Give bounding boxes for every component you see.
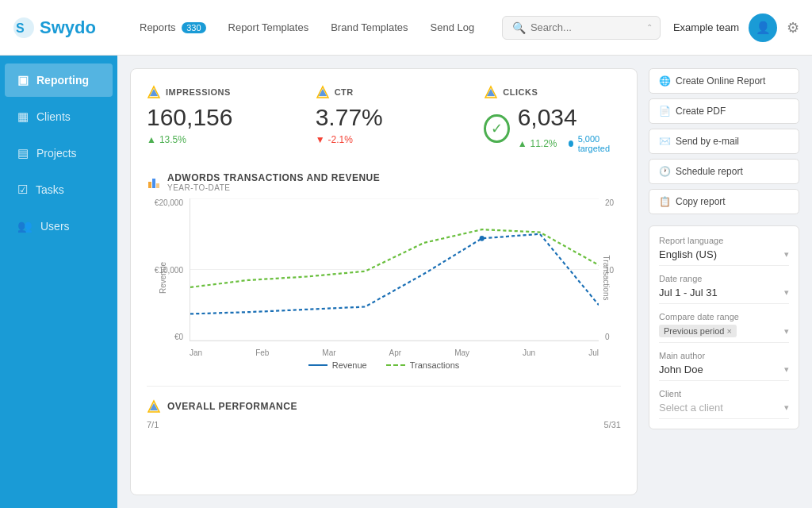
x-labels: Jan Feb Mar Apr May Jun Jul <box>190 348 599 357</box>
clicks-change: ▲ 11.2% 5,000 targeted <box>518 134 621 153</box>
author-value[interactable]: John Doe ▾ <box>659 364 789 381</box>
clicks-title: CLICKS <box>503 87 538 97</box>
y-label-20: 20 <box>605 198 621 207</box>
client-value[interactable]: Select a client ▾ <box>659 402 789 419</box>
perf-dates: 7/1 5/31 <box>147 420 621 429</box>
y-label-10k: €10,000 <box>147 266 183 275</box>
legend-transactions: Transactions <box>386 360 460 370</box>
svg-rect-13 <box>156 183 159 188</box>
sidebar-label-tasks: Tasks <box>36 183 64 196</box>
svg-text:S: S <box>16 21 25 35</box>
reporting-icon: ▣ <box>17 73 29 87</box>
send-email-button[interactable]: ✉️ Send by e-mail <box>649 129 799 154</box>
logo-area: S Swydo <box>13 17 130 39</box>
adwords-icon-impressions <box>147 85 161 99</box>
legend-line-revenue <box>308 364 327 366</box>
y-label-0: €0 <box>147 333 183 341</box>
search-shortcut: ⌃ <box>646 23 653 32</box>
chart-titles: ADWORDS TRANSACTIONS AND REVENUE YEAR-TO… <box>167 172 380 192</box>
targeted-label: 5,000 targeted <box>578 134 621 153</box>
impressions-value: 160,156 <box>147 104 284 131</box>
create-online-icon: 🌐 <box>659 75 671 87</box>
ctr-value: 3.77% <box>316 104 453 131</box>
author-chevron: ▾ <box>784 364 789 375</box>
adwords-icon-ctr <box>316 85 330 99</box>
legend-revenue: Revenue <box>308 360 367 370</box>
chart-section: ADWORDS TRANSACTIONS AND REVENUE YEAR-TO… <box>147 172 621 370</box>
team-name: Example team <box>673 21 739 33</box>
language-value[interactable]: English (US) ▾ <box>659 248 789 266</box>
tab-reports[interactable]: Reports 330 <box>130 15 216 40</box>
copy-icon: 📋 <box>659 196 671 207</box>
avatar[interactable]: 👤 <box>749 13 777 42</box>
create-pdf-button[interactable]: 📄 Create PDF <box>649 98 799 124</box>
email-icon: ✉️ <box>659 136 671 147</box>
compare-range-value[interactable]: Previous period × ▾ <box>659 325 789 343</box>
sidebar-label-clients: Clients <box>36 110 71 123</box>
tab-report-templates[interactable]: Report Templates <box>219 15 319 40</box>
report-panel: IMPRESSIONS 160,156 ▲ 13.5% <box>130 68 638 495</box>
metric-clicks: CLICKS ✓ 6,034 ▲ 11.2% 5,000 targeted <box>484 85 621 153</box>
date-range-label: Date range <box>659 274 789 283</box>
schedule-report-button[interactable]: 🕐 Schedule report <box>649 159 799 184</box>
chart-container: Revenue Transactions €20,000 €10,000 €0 … <box>147 198 621 357</box>
sidebar-item-reporting[interactable]: ▣ Reporting <box>5 64 113 97</box>
date-range-value[interactable]: Jul 1 - Jul 31 ▾ <box>659 287 789 304</box>
tasks-icon: ☑ <box>17 183 28 197</box>
svg-point-17 <box>480 236 485 241</box>
logo-text: Swydo <box>40 17 96 38</box>
legend-line-transactions <box>386 364 405 366</box>
settings-section: Report language English (US) ▾ Date rang… <box>649 225 799 429</box>
sidebar-item-users[interactable]: 👥 Users <box>5 210 113 243</box>
projects-icon: ▤ <box>17 146 29 160</box>
sidebar-item-tasks[interactable]: ☑ Tasks <box>5 173 113 206</box>
overall-performance: OVERALL PERFORMANCE <box>147 386 621 414</box>
clicks-with-check: ✓ 6,034 ▲ 11.2% 5,000 targeted <box>484 104 621 153</box>
swydo-logo-icon: S <box>13 17 35 39</box>
sidebar-item-projects[interactable]: ▤ Projects <box>5 137 113 170</box>
svg-rect-11 <box>148 182 151 188</box>
author-label: Main author <box>659 351 789 360</box>
y-label-10: 10 <box>605 266 621 275</box>
ctr-title: CTR <box>335 87 354 97</box>
copy-report-button[interactable]: 📋 Copy report <box>649 189 799 214</box>
tab-brand-templates[interactable]: Brand Templates <box>321 15 417 40</box>
sidebar-item-clients[interactable]: ▦ Clients <box>5 100 113 133</box>
search-bar[interactable]: 🔍 ⌃ <box>502 16 661 40</box>
chart-svg-area <box>190 198 599 341</box>
content-area: IMPRESSIONS 160,156 ▲ 13.5% <box>117 56 812 508</box>
legend-label-revenue: Revenue <box>332 360 367 370</box>
perf-date-left: 7/1 <box>147 420 159 429</box>
metric-ctr-header: CTR <box>316 85 453 99</box>
chart-subtitle: YEAR-TO-DATE <box>167 183 380 192</box>
search-icon: 🔍 <box>512 21 526 34</box>
settings-icon[interactable]: ⚙ <box>787 19 799 37</box>
remove-tag-button[interactable]: × <box>726 326 731 336</box>
y-label-20k: €20,000 <box>147 198 183 207</box>
x-label-mar: Mar <box>322 348 335 357</box>
metric-clicks-header: CLICKS <box>484 85 621 99</box>
search-input[interactable] <box>530 21 642 33</box>
compare-range-chevron: ▾ <box>784 326 789 337</box>
right-panel: 🌐 Create Online Report 📄 Create PDF ✉️ S… <box>649 68 799 495</box>
setting-author: Main author John Doe ▾ <box>659 351 789 381</box>
main-layout: ▣ Reporting ▦ Clients ▤ Projects ☑ Tasks… <box>0 56 812 508</box>
setting-date-range: Date range Jul 1 - Jul 31 ▾ <box>659 274 789 304</box>
chart-title: ADWORDS TRANSACTIONS AND REVENUE <box>167 172 380 183</box>
create-online-report-button[interactable]: 🌐 Create Online Report <box>649 68 799 94</box>
chart-title-row: ADWORDS TRANSACTIONS AND REVENUE YEAR-TO… <box>147 172 621 192</box>
client-chevron: ▾ <box>784 402 789 413</box>
overall-title: OVERALL PERFORMANCE <box>167 401 297 412</box>
setting-language: Report language English (US) ▾ <box>659 236 789 266</box>
pdf-icon: 📄 <box>659 106 671 117</box>
nav-tabs: Reports 330 Report Templates Brand Templ… <box>130 15 502 40</box>
x-label-feb: Feb <box>255 348 269 357</box>
sidebar-label-users: Users <box>40 220 70 233</box>
impressions-change: ▲ 13.5% <box>147 134 284 145</box>
down-arrow-ctr: ▼ <box>316 134 325 145</box>
svg-rect-12 <box>152 179 155 188</box>
tab-send-log[interactable]: Send Log <box>421 15 485 40</box>
clients-icon: ▦ <box>17 110 29 124</box>
action-buttons: 🌐 Create Online Report 📄 Create PDF ✉️ S… <box>649 68 799 214</box>
x-label-may: May <box>454 348 469 357</box>
